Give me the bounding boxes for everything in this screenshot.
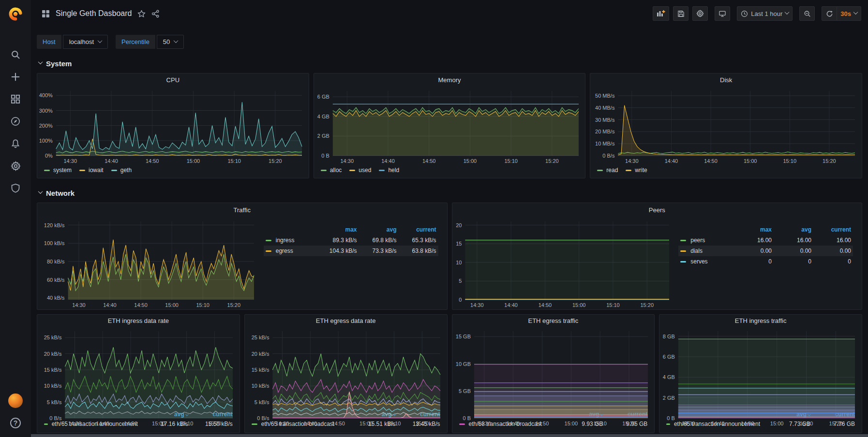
svg-text:15:20: 15:20 bbox=[208, 421, 222, 426]
svg-text:0 B/s: 0 B/s bbox=[49, 415, 62, 421]
grafana-logo[interactable] bbox=[0, 0, 31, 28]
legend-column-header-max[interactable]: max bbox=[732, 224, 774, 235]
svg-text:15:20: 15:20 bbox=[829, 421, 843, 426]
legend-column-header-current[interactable]: current bbox=[813, 224, 853, 235]
refresh-button[interactable] bbox=[822, 6, 837, 21]
legend-table-grid: maxavgcurrentpeers16.0016.0016.00dials0.… bbox=[678, 224, 853, 267]
svg-text:5 kB/s: 5 kB/s bbox=[47, 399, 62, 405]
cpu-chart[interactable]: 14:3014:4014:5015:0015:1015:200%100%200%… bbox=[37, 87, 309, 165]
panel-title[interactable]: ETH egress data rate bbox=[245, 315, 447, 327]
svg-text:30 MB/s: 30 MB/s bbox=[595, 117, 615, 123]
panel-title[interactable]: ETH ingress traffic bbox=[659, 315, 862, 327]
legend-column-header-current[interactable]: current bbox=[399, 224, 438, 235]
svg-text:15:20: 15:20 bbox=[227, 302, 241, 308]
disk-chart[interactable]: 14:3014:4014:5015:0015:1015:200 B/s10 MB… bbox=[590, 87, 862, 165]
traffic-chart[interactable]: 14:3014:4014:5015:0015:1015:2040 kB/s60 … bbox=[37, 218, 261, 309]
legend-item-iowait[interactable]: iowait bbox=[79, 167, 104, 174]
create-icon[interactable] bbox=[10, 72, 21, 82]
panel-title[interactable]: Disk bbox=[590, 73, 862, 87]
legend-row-peers[interactable]: peers bbox=[678, 235, 732, 246]
legend-column-header-max[interactable]: max bbox=[317, 224, 359, 235]
explore-compass-icon[interactable] bbox=[10, 116, 21, 127]
peers-legend-table: maxavgcurrentpeers16.0016.0016.00dials0.… bbox=[675, 218, 862, 309]
panel-title[interactable]: Peers bbox=[452, 203, 862, 218]
panel-title[interactable]: Traffic bbox=[37, 203, 447, 218]
eth-ingress-traffic-chart[interactable]: 14:3014:4014:5015:0015:1015:200 B2 GB4 G… bbox=[659, 327, 862, 408]
cycle-view-mode-button[interactable] bbox=[715, 6, 730, 21]
legend-item-used[interactable]: used bbox=[349, 167, 371, 174]
dashboards-icon[interactable] bbox=[10, 94, 21, 104]
row-header-network[interactable]: Network bbox=[37, 188, 862, 198]
svg-text:0 B: 0 B bbox=[667, 415, 675, 421]
panel-title[interactable]: ETH egress traffic bbox=[452, 315, 655, 327]
star-icon[interactable] bbox=[137, 10, 146, 18]
legend-column-header-avg[interactable]: avg bbox=[774, 224, 813, 235]
add-panel-button[interactable] bbox=[653, 6, 669, 21]
svg-text:15: 15 bbox=[456, 241, 462, 247]
panel-eth-ingress-data-rate: ETH ingress data rate 14:3014:4014:5015:… bbox=[37, 314, 240, 433]
legend-item-system[interactable]: system bbox=[44, 167, 72, 174]
eth-egress-traffic-chart[interactable]: 14:3014:4014:5015:0015:1015:200 B5 GB10 … bbox=[452, 327, 655, 408]
svg-text:14:50: 14:50 bbox=[134, 302, 148, 308]
series-color-dash bbox=[266, 250, 271, 252]
search-icon[interactable] bbox=[10, 49, 21, 60]
save-button[interactable] bbox=[673, 6, 688, 21]
svg-text:15:10: 15:10 bbox=[504, 158, 518, 164]
horizontal-scrollbar[interactable] bbox=[31, 434, 868, 437]
legend-item-geth[interactable]: geth bbox=[111, 167, 132, 174]
time-range-picker[interactable]: Last 1 hour bbox=[737, 6, 793, 21]
svg-text:4 GB: 4 GB bbox=[317, 114, 329, 119]
svg-text:2 GB: 2 GB bbox=[317, 133, 329, 139]
legend-item-read[interactable]: read bbox=[597, 167, 618, 174]
panel-title[interactable]: CPU bbox=[37, 73, 309, 87]
eth-egress-data-rate-chart[interactable]: 14:3014:4014:5015:0015:1015:200 B/s5 kB/… bbox=[245, 327, 447, 408]
refresh-interval-label: 30s bbox=[840, 10, 851, 17]
svg-text:5 GB: 5 GB bbox=[458, 388, 470, 394]
svg-text:5 kB/s: 5 kB/s bbox=[254, 399, 269, 405]
alerting-bell-icon[interactable] bbox=[10, 138, 21, 149]
svg-text:14:40: 14:40 bbox=[665, 158, 678, 164]
legend-value-current: 0.00 bbox=[813, 246, 853, 256]
svg-text:14:40: 14:40 bbox=[504, 302, 518, 308]
panel-title[interactable]: Memory bbox=[314, 73, 585, 87]
dashboard-settings-button[interactable] bbox=[692, 6, 708, 21]
svg-text:6 GB: 6 GB bbox=[663, 354, 675, 360]
legend-label: system bbox=[53, 167, 72, 174]
dashboard-title[interactable]: Single Geth Dasboard bbox=[56, 9, 132, 18]
eth-ingress-data-rate-chart[interactable]: 14:3014:4014:5015:0015:1015:200 B/s5 kB/… bbox=[37, 327, 239, 408]
variable-host-dropdown[interactable]: localhost bbox=[63, 35, 108, 49]
variable-percentile-dropdown[interactable]: 50 bbox=[157, 35, 184, 49]
svg-text:15:00: 15:00 bbox=[572, 302, 585, 308]
legend-row-serves[interactable]: serves bbox=[678, 256, 732, 267]
legend-item-alloc[interactable]: alloc bbox=[321, 167, 342, 174]
svg-text:14:30: 14:30 bbox=[340, 158, 354, 164]
help-icon[interactable]: ? bbox=[10, 418, 21, 428]
svg-text:0 B: 0 B bbox=[463, 415, 471, 421]
legend-item-held[interactable]: held bbox=[379, 167, 399, 174]
legend-row-dials[interactable]: dials bbox=[678, 246, 732, 256]
svg-text:15:20: 15:20 bbox=[545, 158, 559, 164]
admin-shield-icon[interactable] bbox=[10, 183, 21, 193]
svg-text:14:40: 14:40 bbox=[506, 421, 520, 426]
svg-text:15:20: 15:20 bbox=[823, 158, 836, 164]
configuration-gear-icon[interactable] bbox=[10, 160, 21, 171]
svg-text:15:10: 15:10 bbox=[180, 421, 194, 426]
legend-label: read bbox=[606, 167, 618, 174]
legend-row-ingress[interactable]: ingress bbox=[264, 235, 317, 246]
svg-text:10 GB: 10 GB bbox=[455, 361, 470, 367]
row-header-system[interactable]: System bbox=[37, 58, 862, 69]
legend-item-write[interactable]: write bbox=[626, 167, 647, 174]
panel-title[interactable]: ETH ingress data rate bbox=[37, 315, 239, 327]
svg-text:10 kB/s: 10 kB/s bbox=[44, 383, 62, 389]
svg-text:14:40: 14:40 bbox=[103, 302, 117, 308]
legend-column-header-avg[interactable]: avg bbox=[359, 224, 399, 235]
legend-row-egress[interactable]: egress bbox=[264, 246, 317, 256]
legend-value-avg: 73.3 kB/s bbox=[359, 246, 399, 256]
share-icon[interactable] bbox=[151, 10, 160, 18]
memory-chart[interactable]: 14:3014:4014:5015:0015:1015:200 B2 GB4 G… bbox=[314, 87, 585, 165]
peers-chart[interactable]: 14:3014:4014:5015:0015:1015:2005101520 bbox=[452, 218, 676, 309]
svg-text:15:00: 15:00 bbox=[152, 421, 165, 426]
user-avatar[interactable] bbox=[8, 393, 23, 408]
zoom-out-button[interactable] bbox=[799, 6, 815, 21]
refresh-interval-dropdown[interactable]: 30s bbox=[837, 6, 861, 21]
